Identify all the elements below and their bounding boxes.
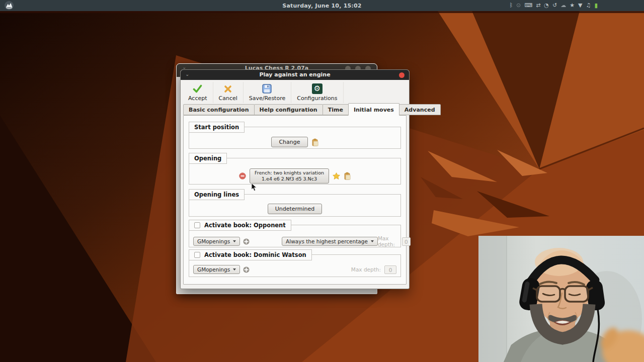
x-icon: [224, 83, 232, 95]
floppy-icon: [262, 83, 272, 95]
book-opponent-legend: Activate book: Opponent: [189, 220, 291, 231]
max-depth-label: Max depth:: [378, 235, 398, 247]
remove-icon[interactable]: [239, 172, 246, 179]
desktop: ⌄ Lucas Chess R 2.07a ⌄ Play against an …: [0, 0, 644, 362]
opening-lines-legend: Opening lines: [189, 189, 245, 200]
player-book-select[interactable]: GMopenings: [193, 265, 240, 274]
chevron-down-icon: [233, 268, 236, 270]
dialog-toolbar: Accept Cancel Save/Restore: [181, 80, 409, 103]
system-tray: ᛒ ⊙ ⌨ ⇄ ◔ ↺ ☁ ★ ▼ ♫ ▮: [509, 0, 598, 11]
clipboard-icon[interactable]: [311, 138, 318, 146]
keyboard-icon[interactable]: ⌨: [524, 0, 532, 11]
wifi-icon[interactable]: ▼: [578, 0, 582, 11]
book-player-legend: Activate book: Dominic Watson: [189, 249, 312, 260]
dialog-tabs: Basic configuration Help configuration T…: [181, 103, 409, 115]
check-icon: [193, 83, 202, 95]
gear-icon: ⚙: [312, 83, 323, 95]
activate-book-opponent-checkbox[interactable]: [194, 222, 200, 228]
book-mode-select[interactable]: Always the highest percentage: [282, 237, 378, 246]
cancel-button[interactable]: Cancel: [213, 82, 244, 103]
dialog-titlebar[interactable]: ⌄ Play against an engine: [181, 70, 409, 80]
mouse-cursor: [251, 183, 257, 192]
max-depth-input[interactable]: 0: [402, 237, 411, 246]
chevron-down-icon: ⌄: [185, 70, 189, 79]
book-opponent-group: Activate book: Opponent GMopenings Alway…: [189, 225, 401, 247]
initial-moves-panel: Start position Change Opening: [183, 115, 407, 285]
opponent-book-select[interactable]: GMopenings: [193, 237, 240, 246]
clipboard-icon[interactable]: [344, 172, 351, 180]
add-book-button[interactable]: [243, 266, 250, 273]
max-depth-input[interactable]: 0: [384, 265, 396, 274]
opening-moves: 1.e4 e6 2.Nf3 d5 3.Nc3: [255, 176, 324, 182]
tab-time[interactable]: Time: [323, 104, 349, 115]
cloud-icon[interactable]: ☁: [560, 0, 566, 11]
chevron-down-icon: [233, 240, 236, 242]
start-position-legend: Start position: [189, 122, 245, 133]
cancel-label: Cancel: [219, 95, 237, 102]
sync-icon[interactable]: ⇄: [536, 0, 540, 11]
add-book-button[interactable]: [243, 238, 250, 245]
opening-lines-group: Opening lines Undetermined: [189, 194, 401, 217]
save-restore-button[interactable]: Save/Restore: [244, 82, 291, 103]
book-player-group: Activate book: Dominic Watson GMopenings…: [189, 254, 401, 277]
accept-label: Accept: [188, 95, 207, 102]
tab-advanced[interactable]: Advanced: [399, 104, 441, 115]
accept-button[interactable]: Accept: [183, 82, 213, 103]
chevron-down-icon: [371, 240, 374, 242]
dialog-title: Play against an engine: [181, 70, 409, 80]
opening-value-button[interactable]: French: two knights variation 1.e4 e6 2.…: [250, 168, 329, 184]
save-restore-label: Save/Restore: [249, 95, 285, 102]
undetermined-button[interactable]: Undetermined: [268, 204, 323, 214]
activate-book-player-checkbox[interactable]: [194, 252, 200, 258]
close-icon[interactable]: [399, 72, 405, 78]
tab-basic-configuration[interactable]: Basic configuration: [183, 104, 255, 115]
opening-group: Opening French: two knights variation 1.…: [189, 158, 401, 185]
max-depth-label: Max depth:: [351, 266, 381, 273]
play-against-engine-dialog: ⌄ Play against an engine Accept Cancel: [180, 69, 410, 289]
network-icon[interactable]: ◔: [544, 0, 549, 11]
bluetooth-icon[interactable]: ᛒ: [509, 0, 513, 11]
star-icon[interactable]: ★: [570, 0, 575, 11]
tab-help-configuration[interactable]: Help configuration: [254, 104, 323, 115]
battery-icon[interactable]: ▮: [594, 0, 598, 11]
configurations-label: Configurations: [297, 95, 337, 102]
top-panel: Saturday, June 10, 15:02 ᛒ ⊙ ⌨ ⇄ ◔ ↺ ☁ ★…: [0, 0, 644, 11]
refresh-icon[interactable]: ↺: [552, 0, 557, 11]
webcam-overlay: [478, 236, 644, 362]
opening-legend: Opening: [189, 153, 227, 164]
opening-name: French: two knights variation: [255, 170, 324, 176]
configurations-button[interactable]: ⚙ Configurations: [291, 82, 343, 103]
tab-initial-moves[interactable]: Initial moves: [348, 103, 399, 116]
favorite-star-icon[interactable]: [333, 172, 340, 179]
start-position-group: Start position Change: [189, 127, 401, 149]
music-icon[interactable]: ♫: [586, 0, 591, 11]
change-button[interactable]: Change: [271, 137, 307, 147]
mouse-icon[interactable]: ⊙: [516, 0, 521, 11]
